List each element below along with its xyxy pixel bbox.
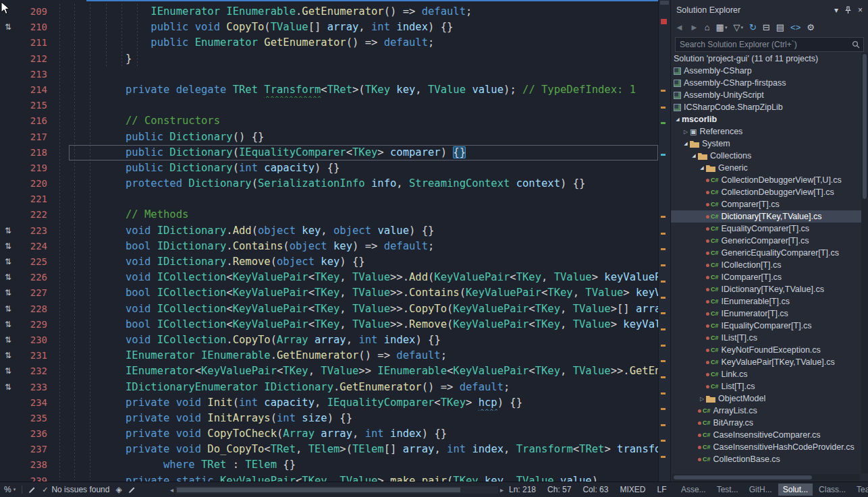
- glyph-margin[interactable]: [0, 82, 16, 98]
- override-indicator-icon[interactable]: ⇅: [0, 223, 16, 239]
- tree-item-file[interactable]: C#GenericComparer[T].cs: [671, 235, 861, 247]
- tree-item-project[interactable]: Assembly-CSharp-firstpass: [671, 77, 861, 89]
- editor-hscrollbar[interactable]: ◂ ▸: [170, 485, 504, 494]
- tree-item-assembly[interactable]: ◢mscorlib: [671, 113, 861, 125]
- chevron-expanded-icon[interactable]: ◢: [674, 117, 682, 122]
- split-handle[interactable]: [660, 1, 669, 5]
- tree-item-file[interactable]: C#KeyValuePair[TKey,TValue].cs: [671, 356, 861, 368]
- chevron-expanded-icon[interactable]: ◢: [682, 141, 690, 146]
- tree-item-file[interactable]: C#ICollection[T].cs: [671, 259, 861, 271]
- pen-icon[interactable]: [128, 486, 136, 494]
- code-text[interactable]: [69, 98, 658, 113]
- tree-item-file[interactable]: C#KeyNotFoundException.cs: [671, 344, 861, 356]
- explorer-vscrollbar[interactable]: [861, 53, 868, 473]
- collapse-all-icon[interactable]: ⊟: [761, 22, 771, 33]
- code-text[interactable]: private void Init(int capacity, IEqualit…: [69, 395, 658, 411]
- glyph-margin[interactable]: [0, 67, 16, 82]
- issues-indicator[interactable]: ✓ No issues found: [42, 485, 109, 494]
- tool-tab-gith[interactable]: GitH...: [744, 484, 777, 496]
- override-indicator-icon[interactable]: ⇅: [0, 254, 16, 270]
- tree-item-project[interactable]: Assembly-CSharp: [671, 65, 861, 77]
- tool-tab-tea[interactable]: Tea...: [852, 484, 868, 496]
- code-text[interactable]: bool ICollection<KeyValuePair<TKey, TVal…: [69, 285, 658, 301]
- override-indicator-icon[interactable]: ⇅: [0, 239, 16, 254]
- tree-item-folder[interactable]: ◢Collections: [671, 150, 861, 162]
- properties-icon[interactable]: ⚙: [805, 22, 816, 33]
- glyph-margin[interactable]: [0, 98, 16, 113]
- glyph-margin[interactable]: [0, 426, 16, 442]
- tree-item-file[interactable]: C#ArrayList.cs: [671, 405, 861, 417]
- code-text[interactable]: IEnumerator<KeyValuePair<TKey, TValue>> …: [69, 363, 658, 379]
- tree-item-project[interactable]: Assembly-UnityScript: [671, 89, 861, 101]
- tree-item-file[interactable]: C#IDictionary[TKey,TValue].cs: [671, 283, 861, 295]
- code-text[interactable]: public Enumerator GetEnumerator() => def…: [69, 35, 658, 51]
- tree-item-file[interactable]: C#BitArray.cs: [671, 417, 861, 429]
- override-indicator-icon[interactable]: ⇅: [0, 317, 16, 332]
- override-indicator-icon[interactable]: ⇅: [0, 332, 16, 348]
- explorer-hscrollbar[interactable]: [672, 474, 860, 481]
- code-text[interactable]: bool ICollection<KeyValuePair<TKey, TVal…: [69, 317, 658, 332]
- override-indicator-icon[interactable]: ⇅: [0, 348, 16, 363]
- show-all-files-icon[interactable]: ▤: [775, 22, 786, 33]
- tree-item-file[interactable]: C#CollectionDebuggerView[T].cs: [671, 186, 861, 198]
- glyph-margin[interactable]: [0, 442, 16, 457]
- chevron-collapsed-icon[interactable]: ▷: [682, 129, 690, 135]
- chevron-expanded-icon[interactable]: ◢: [690, 153, 698, 158]
- tree-item-file[interactable]: C#EqualityComparer[T].cs: [671, 223, 861, 235]
- code-text[interactable]: IEnumerator IEnumerable.GetEnumerator() …: [69, 4, 658, 20]
- code-text[interactable]: public Dictionary(int capacity) {}: [69, 160, 658, 176]
- code-text[interactable]: void IDictionary.Add(object key, object …: [69, 223, 658, 239]
- close-icon[interactable]: ×: [858, 5, 863, 15]
- chevron-collapsed-icon[interactable]: ▷: [698, 396, 706, 402]
- override-indicator-icon[interactable]: ⇅: [0, 270, 16, 285]
- code-text[interactable]: // Methods: [69, 207, 658, 223]
- tree-item-folder[interactable]: ◢Generic: [671, 162, 861, 174]
- code-text[interactable]: private delegate TRet Transform<TRet>(TK…: [69, 82, 658, 98]
- diamond-icon[interactable]: ◈: [115, 485, 121, 494]
- window-position-icon[interactable]: ▾: [834, 5, 838, 15]
- editor-vscrollbar[interactable]: [658, 0, 670, 481]
- override-indicator-icon[interactable]: ⇅: [0, 285, 16, 301]
- glyph-margin[interactable]: [0, 51, 16, 67]
- glyph-margin[interactable]: [0, 129, 16, 145]
- tree-item-file[interactable]: C#Dictionary[TKey,TValue].cs: [671, 210, 861, 223]
- search-input[interactable]: [675, 37, 864, 52]
- tool-tab-class[interactable]: Class...: [814, 484, 850, 496]
- pending-changes-filter-icon[interactable]: ▽▾: [732, 22, 744, 33]
- code-text[interactable]: void ICollection<KeyValuePair<TKey, TVal…: [69, 301, 658, 317]
- scroll-thumb[interactable]: [863, 54, 867, 199]
- code-text[interactable]: public Dictionary() {}: [69, 129, 658, 145]
- tool-tab-test[interactable]: Test...: [712, 484, 743, 496]
- code-text[interactable]: private void CopyToCheck(Array array, in…: [69, 426, 658, 442]
- code-text[interactable]: IDictionaryEnumerator IDictionary.GetEnu…: [69, 380, 658, 395]
- glyph-margin[interactable]: [0, 160, 16, 176]
- glyph-margin[interactable]: [0, 192, 16, 207]
- tree-item-file[interactable]: C#Comparer[T].cs: [671, 198, 861, 210]
- code-text[interactable]: public Dictionary(IEqualityComparer<TKey…: [69, 145, 658, 160]
- code-text[interactable]: where TRet : TElem {}: [69, 457, 658, 473]
- code-text[interactable]: public void CopyTo(TValue[] array, int i…: [69, 20, 658, 35]
- code-text[interactable]: void ICollection<KeyValuePair<TKey, TVal…: [69, 270, 658, 285]
- editor-pane[interactable]: 209 IEnumerator IEnumerable.GetEnumerato…: [0, 0, 658, 481]
- tree-item-file[interactable]: C#IEnumerator[T].cs: [671, 308, 861, 320]
- tree-item-file[interactable]: C#CollectionDebuggerView[T,U].cs: [671, 174, 861, 186]
- switch-views-icon[interactable]: ▦▾: [715, 22, 729, 33]
- code-text[interactable]: [69, 67, 658, 82]
- glyph-margin[interactable]: [0, 207, 16, 223]
- scroll-left-icon[interactable]: ◂: [170, 486, 173, 494]
- code-text[interactable]: // Constructors: [69, 113, 658, 129]
- glyph-margin[interactable]: [0, 395, 16, 411]
- chevron-expanded-icon[interactable]: ◢: [698, 165, 706, 171]
- tree-item-file[interactable]: C#IEqualityComparer[T].cs: [671, 320, 861, 332]
- code-text[interactable]: private void InitArrays(int size) {}: [69, 411, 658, 426]
- override-indicator-icon[interactable]: ⇅: [0, 380, 16, 395]
- code-text[interactable]: void ICollection.CopyTo(Array array, int…: [69, 332, 658, 348]
- tree-item-file[interactable]: C#List[T].cs: [671, 380, 861, 392]
- override-indicator-icon[interactable]: ⇅: [0, 301, 16, 317]
- tree-item-file[interactable]: C#Link.cs: [671, 368, 861, 380]
- override-indicator-icon[interactable]: ⇅: [0, 363, 16, 379]
- code-text[interactable]: - private void Do_CopyTo<TRet, TElem>(TE…: [69, 442, 658, 457]
- back-icon[interactable]: ◄: [674, 22, 685, 33]
- code-text[interactable]: void IDictionary.Remove(object key) {}: [69, 254, 658, 270]
- pen-icon[interactable]: [28, 486, 36, 494]
